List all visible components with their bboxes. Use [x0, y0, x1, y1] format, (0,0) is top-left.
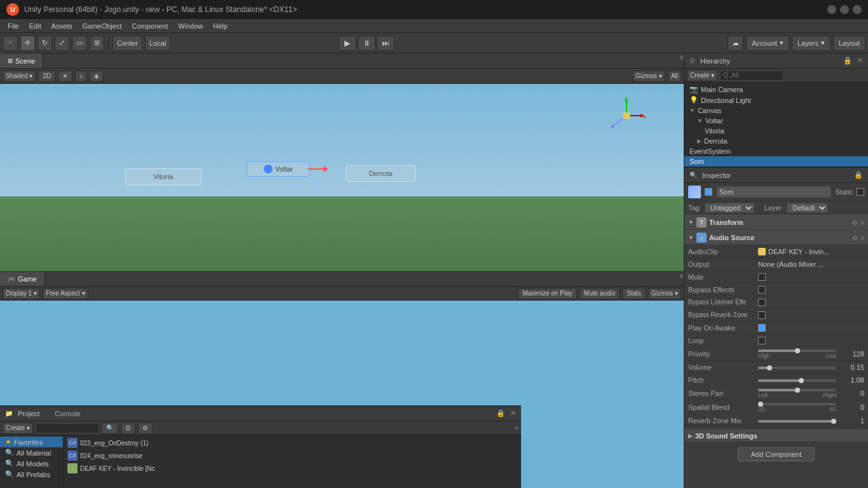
close-button[interactable]: ✕ — [853, 5, 862, 14]
shaded-dropdown[interactable]: Shaded ▾ — [3, 71, 36, 82]
hierarchy-lock-icon[interactable]: 🔒 — [843, 57, 852, 65]
spatial-blend-slider-track[interactable] — [758, 403, 836, 405]
object-active-checkbox[interactable] — [705, 188, 712, 196]
hierarchy-item-canvas[interactable]: ▼ Canvas — [684, 105, 868, 116]
project-filter-btn[interactable]: ☰ — [121, 423, 135, 434]
local-button[interactable]: Local — [145, 36, 170, 51]
2d-button[interactable]: 2D — [38, 71, 55, 82]
account-button[interactable]: Account ▾ — [746, 36, 789, 51]
asset-item-024[interactable]: C# 024_eog_onnexusrise — [65, 449, 520, 462]
menu-assets[interactable]: Assets — [46, 21, 78, 31]
mute-checkbox[interactable] — [758, 273, 766, 281]
audiosource-component-header[interactable]: ▼ ♪ Audio Source ⚙ ≡ — [684, 230, 868, 245]
tool-rotate[interactable]: ↻ — [37, 36, 52, 51]
project-panel-collapse-icon[interactable]: ≡ — [515, 424, 519, 431]
audiosource-more-icon[interactable]: ≡ — [860, 234, 864, 241]
menu-help[interactable]: Help — [208, 21, 233, 31]
hierarchy-close-icon[interactable]: ✕ — [857, 57, 863, 65]
hierarchy-item-som[interactable]: Som — [684, 156, 868, 166]
mute-audio-button[interactable]: Mute audio — [580, 288, 620, 299]
menu-edit[interactable]: Edit — [24, 21, 46, 31]
project-lock-icon[interactable]: 🔒 — [496, 409, 505, 417]
lighting-button[interactable]: ☀ — [58, 71, 72, 82]
add-component-button[interactable]: Add Component — [738, 447, 815, 461]
minimize-button[interactable]: — — [827, 5, 836, 14]
gizmos-dropdown[interactable]: Gizmos ▾ — [632, 71, 665, 82]
tab-scene[interactable]: ⊞ Scene — [0, 53, 43, 68]
hierarchy-create-dropdown[interactable]: Create ▾ — [687, 70, 717, 81]
priority-slider-thumb[interactable] — [795, 348, 800, 353]
cloud-button[interactable]: ☁ — [728, 36, 743, 51]
sound3d-settings-header[interactable]: ▶ 3D Sound Settings — [684, 430, 868, 442]
hierarchy-item-vitoria[interactable]: Vitoria — [684, 126, 868, 136]
project-search-btn[interactable]: 🔍 — [102, 423, 118, 434]
reverb-zone-slider-track[interactable] — [758, 420, 836, 423]
stats-button[interactable]: Stats — [622, 288, 646, 299]
hierarchy-item-eventsystem[interactable]: EventSystem — [684, 146, 868, 156]
tool-hand[interactable]: ☞ — [3, 36, 18, 51]
scene-node-vitoria[interactable]: Vitoria — [125, 168, 201, 185]
transform-settings-icon[interactable]: ⚙ — [852, 219, 858, 226]
tab-game[interactable]: 🎮 Game — [0, 272, 45, 286]
pitch-slider-thumb[interactable] — [799, 378, 804, 383]
bypass-listener-checkbox[interactable] — [758, 299, 766, 306]
stereo-pan-slider-track[interactable] — [758, 389, 836, 391]
hierarchy-item-maincamera[interactable]: 📷 Main Camera — [684, 84, 868, 95]
pitch-slider-track[interactable] — [758, 379, 836, 382]
hierarchy-search-input[interactable] — [720, 71, 783, 81]
priority-slider-track[interactable] — [758, 349, 836, 352]
loop-checkbox[interactable] — [758, 337, 766, 344]
effects-button[interactable]: ◈ — [90, 71, 104, 82]
spatial-blend-slider-thumb[interactable] — [758, 402, 763, 407]
play-button[interactable]: ▶ — [339, 36, 356, 51]
audiosource-settings-icon[interactable]: ⚙ — [852, 234, 858, 241]
tab-console[interactable]: Console — [55, 410, 80, 417]
volume-slider-track[interactable] — [758, 367, 836, 369]
asset-item-deaf[interactable]: ♪ DEAF KEY - Invincible [Nc — [65, 462, 520, 475]
inspector-lock-icon[interactable]: 🔒 — [854, 171, 863, 179]
tag-dropdown[interactable]: Untagged — [705, 203, 754, 213]
aspect-dropdown[interactable]: Free Aspect ▾ — [43, 288, 88, 299]
maximize-play-button[interactable]: Maximize on Play — [518, 288, 576, 299]
project-close-icon[interactable]: ✕ — [510, 409, 516, 417]
gizmos-game-dropdown[interactable]: Gizmos ▾ — [648, 288, 681, 299]
project-settings-btn[interactable]: ⚙ — [138, 423, 153, 434]
center-button[interactable]: Center — [112, 36, 142, 51]
menu-window[interactable]: Window — [173, 21, 208, 31]
static-checkbox[interactable] — [857, 188, 864, 196]
volume-slider-thumb[interactable] — [767, 365, 772, 370]
project-item-all-prefabs[interactable]: 🔍 All Prefabs — [0, 469, 63, 480]
scene-node-voltar[interactable]: Voltar — [247, 161, 310, 177]
display-dropdown[interactable]: Display 1 ▾ — [3, 288, 40, 299]
hierarchy-item-voltar[interactable]: ▼ Voltar — [684, 116, 868, 126]
play-on-awake-checkbox[interactable] — [758, 324, 766, 332]
scene-node-derrota[interactable]: Derrota — [346, 165, 416, 182]
pause-button[interactable]: ⏸ — [358, 36, 376, 51]
layers-button[interactable]: Layers ▾ — [792, 36, 831, 51]
menu-file[interactable]: File — [3, 21, 24, 31]
asset-item-023[interactable]: C# 023_eog_OnDestroy (1) — [65, 437, 520, 449]
layout-button[interactable]: Layout — [833, 36, 865, 51]
menu-component[interactable]: Component — [126, 21, 173, 31]
favorites-header[interactable]: ★ Favorites — [0, 437, 63, 447]
stereo-pan-slider-thumb[interactable] — [795, 388, 800, 393]
all-dropdown[interactable]: All — [668, 71, 681, 82]
project-create-dropdown[interactable]: Create ▾ — [3, 423, 33, 434]
bypass-effects-checkbox[interactable] — [758, 286, 766, 294]
tool-custom[interactable]: ⊞ — [90, 36, 104, 51]
step-button[interactable]: ⏭ — [377, 36, 395, 51]
project-item-all-material[interactable]: 🔍 All Material — [0, 447, 63, 458]
audio-button[interactable]: ♪ — [75, 71, 87, 82]
reverb-zone-slider-thumb[interactable] — [831, 419, 836, 424]
tool-rect[interactable]: ▭ — [72, 36, 87, 51]
tool-scale[interactable]: ⤢ — [55, 36, 69, 51]
menu-gameobject[interactable]: GameObject — [78, 21, 127, 31]
maximize-button[interactable]: □ — [840, 5, 849, 14]
transform-more-icon[interactable]: ≡ — [860, 219, 864, 226]
hierarchy-item-derrota[interactable]: ▶ Derrota — [684, 136, 868, 146]
object-name-input[interactable] — [716, 186, 831, 198]
tool-move[interactable]: ✛ — [20, 36, 35, 51]
hierarchy-item-dlight[interactable]: 💡 Directional Light — [684, 95, 868, 105]
bypass-reverb-checkbox[interactable] — [758, 311, 766, 319]
project-search-input[interactable] — [36, 423, 99, 433]
